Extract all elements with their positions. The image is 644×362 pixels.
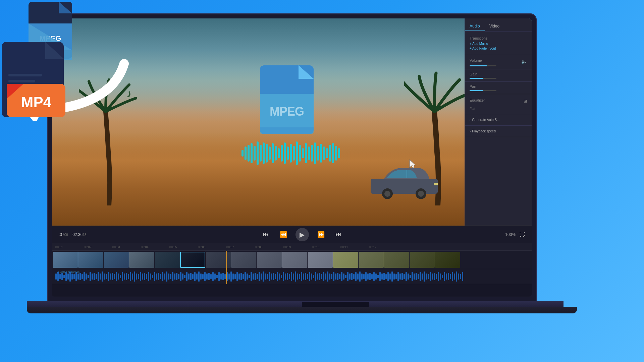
svg-rect-7 [8, 80, 35, 82]
svg-rect-139 [224, 274, 226, 279]
rewind-button[interactable]: ⏪ [278, 229, 289, 240]
svg-rect-111 [168, 274, 169, 280]
gain-title: Gain [470, 72, 527, 76]
track-thumb-6-selected[interactable] [180, 252, 205, 268]
track-thumb-12[interactable] [333, 252, 358, 268]
svg-rect-52 [332, 143, 334, 163]
playhead-video [226, 251, 227, 269]
tab-audio[interactable]: Audio [465, 22, 485, 31]
svg-rect-162 [271, 274, 272, 280]
playback-speed-btn[interactable]: › Playback speed [470, 128, 527, 134]
skip-forward-button[interactable]: ⏭ [333, 229, 344, 240]
svg-rect-30 [266, 144, 268, 163]
svg-rect-119 [184, 275, 185, 278]
tab-video[interactable]: Video [485, 22, 504, 31]
svg-rect-150 [247, 274, 248, 280]
svg-rect-197 [341, 272, 342, 281]
svg-rect-120 [186, 272, 187, 281]
svg-rect-180 [307, 274, 308, 279]
volume-icon: 🔈 [521, 59, 527, 64]
track-thumb-11[interactable] [308, 252, 333, 268]
svg-rect-152 [251, 272, 252, 281]
controls-right: 100% ⛶ [505, 232, 525, 238]
svg-rect-113 [172, 272, 173, 281]
svg-point-17 [418, 191, 424, 197]
svg-rect-229 [406, 272, 407, 281]
playback-speed-section: › Playback speed [465, 126, 532, 137]
track-thumb-14[interactable] [384, 252, 409, 268]
svg-rect-228 [404, 274, 405, 279]
svg-rect-53 [335, 146, 337, 161]
svg-rect-43 [305, 143, 307, 163]
volume-slider[interactable] [470, 65, 496, 66]
track-thumb-13[interactable] [359, 252, 384, 268]
svg-rect-178 [303, 274, 304, 280]
svg-rect-209 [365, 272, 367, 281]
svg-rect-239 [426, 274, 427, 280]
add-music-btn[interactable]: + Add Music [470, 42, 527, 46]
svg-rect-191 [329, 274, 330, 280]
track-thumb-9[interactable] [257, 252, 282, 268]
svg-rect-105 [156, 274, 157, 280]
svg-rect-103 [152, 275, 153, 278]
svg-rect-172 [291, 272, 292, 281]
svg-rect-133 [212, 272, 214, 281]
svg-rect-210 [367, 274, 369, 280]
svg-rect-195 [337, 273, 338, 280]
svg-rect-193 [333, 272, 334, 281]
svg-rect-171 [289, 274, 290, 279]
fast-forward-button[interactable]: ⏩ [316, 229, 326, 240]
svg-rect-155 [257, 274, 258, 279]
svg-rect-218 [383, 273, 385, 280]
svg-rect-177 [301, 272, 302, 281]
svg-rect-143 [232, 274, 234, 280]
audio-waveform-video [241, 140, 342, 167]
svg-rect-208 [363, 274, 365, 279]
skip-back-button[interactable]: ⏮ [261, 229, 271, 240]
add-fade-btn[interactable]: + Add Fade in/out [470, 47, 527, 50]
svg-rect-221 [389, 274, 391, 280]
track-thumb-16[interactable] [435, 252, 460, 268]
svg-rect-212 [371, 274, 373, 279]
svg-rect-194 [335, 274, 336, 280]
track-thumb-15[interactable] [410, 252, 435, 268]
pan-section: Pan [465, 82, 532, 94]
svg-rect-165 [277, 272, 278, 281]
svg-rect-107 [160, 274, 161, 279]
svg-rect-204 [355, 272, 357, 281]
svg-rect-245 [438, 272, 439, 281]
chevron-right-icon: › [470, 118, 471, 122]
svg-rect-242 [432, 274, 433, 280]
car-silhouette-icon [367, 165, 441, 199]
svg-rect-199 [345, 275, 346, 278]
svg-rect-159 [265, 274, 266, 280]
generate-auto-btn[interactable]: › Generate Auto S... [470, 117, 527, 123]
svg-rect-226 [399, 274, 401, 280]
svg-text:MP4: MP4 [21, 94, 52, 110]
svg-rect-114 [174, 274, 175, 280]
chevron-right-icon-2: › [470, 129, 471, 133]
svg-rect-50 [326, 148, 328, 158]
track-thumb-8[interactable] [231, 252, 256, 268]
svg-rect-104 [154, 272, 155, 281]
equalizer-section: Equalizer ⊞ Flat [465, 94, 532, 114]
svg-rect-124 [194, 272, 196, 281]
svg-rect-173 [293, 274, 294, 280]
svg-rect-230 [408, 274, 409, 280]
svg-rect-130 [206, 274, 208, 280]
svg-rect-251 [450, 274, 451, 279]
pan-slider[interactable] [470, 90, 496, 91]
track-thumb-5[interactable] [155, 252, 180, 268]
svg-rect-231 [410, 275, 411, 278]
svg-rect-32 [272, 143, 274, 163]
track-thumb-10[interactable] [282, 252, 307, 268]
gain-slider[interactable] [470, 78, 496, 79]
svg-rect-153 [253, 274, 254, 280]
fullscreen-button[interactable]: ⛶ [520, 232, 525, 238]
svg-rect-41 [299, 145, 301, 162]
svg-rect-205 [357, 274, 359, 280]
svg-rect-243 [434, 273, 435, 280]
play-button[interactable]: ▶ [296, 228, 309, 241]
svg-rect-40 [296, 141, 298, 165]
svg-rect-158 [263, 272, 264, 282]
